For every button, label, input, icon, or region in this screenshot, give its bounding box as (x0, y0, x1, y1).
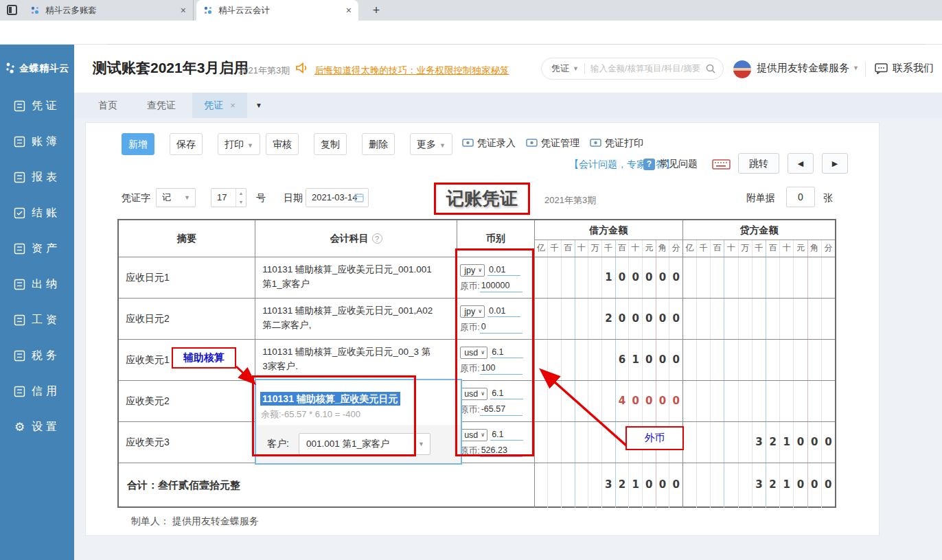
account-cell[interactable]: 110131 辅助核算_应收美元日元_001,A02第二家客户, (255, 299, 457, 339)
search-scope-select[interactable]: 凭证 (551, 62, 569, 75)
sidebar-item-1[interactable]: 凭证 (0, 94, 74, 117)
stepper-icon[interactable]: ▲▼ (236, 189, 246, 207)
credit-amount-cell[interactable] (683, 340, 835, 380)
original-amount-input[interactable]: 100 (480, 363, 522, 375)
tab-close-icon[interactable]: × (181, 5, 186, 16)
save-button[interactable]: 保存 (170, 133, 203, 155)
tab-home[interactable]: 首页 (85, 93, 130, 118)
sidebar-item-4[interactable]: 结账 (0, 201, 74, 224)
sidebar-item-label: 税务 (32, 349, 60, 363)
credit-amount-cell[interactable]: 321000 (683, 422, 835, 463)
exchange-rate-input[interactable]: 6.1 (490, 388, 523, 399)
browser-tab-1[interactable]: 精斗云多账套 × (23, 0, 194, 21)
chevron-down-icon: ▼ (418, 441, 424, 447)
digit-cell (602, 381, 616, 421)
next-voucher-button[interactable]: ▶ (822, 153, 848, 174)
exchange-rate-input[interactable]: 0.01 (487, 306, 520, 317)
digit-cell (697, 463, 711, 508)
selected-account-text[interactable]: 110131 辅助核算_应收美元日元 (260, 393, 461, 406)
voucher-word-select[interactable]: 记▼ (156, 188, 196, 207)
summary-cell[interactable]: 应收美元3 (119, 422, 255, 463)
digit-cell (575, 299, 589, 339)
digit-labels: 亿千百十万千百十元角分 (683, 240, 835, 257)
voucher-mode-links: 凭证录入 凭证管理 凭证打印 (462, 137, 643, 150)
browser-tab-2-active[interactable]: 精斗云云会计 × (196, 0, 358, 21)
close-icon[interactable]: × (230, 100, 236, 110)
debit-amount-cell[interactable]: 100000 (535, 257, 683, 298)
account-cell[interactable]: 110131 辅助核算_应收美元日元_001.001第1_家客户 (255, 257, 457, 298)
tab-overview-icon[interactable] (7, 5, 17, 15)
avatar[interactable] (733, 60, 751, 78)
exchange-rate-input[interactable]: 0.01 (487, 265, 520, 276)
voucher-manage-link[interactable]: 凭证管理 (526, 137, 579, 150)
notice-link[interactable]: 后悔知道得太晚的技巧：业务权限控制独家秘笈 (314, 65, 509, 77)
summary-cell[interactable]: 应收美元2 (119, 381, 255, 421)
delete-button[interactable]: 删除 (362, 133, 395, 155)
currency-select[interactable]: usd∨ (460, 429, 487, 441)
sidebar-item-2[interactable]: 账簿 (0, 130, 74, 153)
debit-amount-cell[interactable]: 200000 (535, 299, 683, 339)
jump-button[interactable]: 跳转 (738, 153, 779, 174)
new-button[interactable]: 新增 (122, 133, 154, 155)
currency-select[interactable]: usd∨ (460, 347, 487, 359)
tab-voucher-active[interactable]: 凭证× (192, 93, 247, 118)
contact-us-button[interactable]: 联系我们 (875, 62, 934, 75)
debit-amount-cell[interactable] (535, 422, 683, 463)
original-amount-input[interactable]: 526.23 (480, 445, 522, 457)
digit-cell (822, 257, 835, 298)
date-input[interactable]: 2021-03-14 (306, 188, 369, 207)
currency-cell: usd∨6.1 原币:100 (457, 340, 535, 380)
exchange-rate-input[interactable]: 6.1 (490, 347, 523, 358)
digit-cell (548, 299, 562, 339)
digit-cell: 1 (780, 422, 794, 463)
digit-cell (780, 381, 794, 421)
credit-amount-cell[interactable] (683, 381, 835, 421)
summary-cell[interactable]: 应收日元2 (119, 299, 255, 339)
audit-button[interactable]: 审核 (266, 133, 299, 155)
original-amount-input[interactable]: 100000 (480, 281, 522, 292)
faq-link[interactable]: ?常见问题 (643, 158, 698, 170)
sidebar-item-7[interactable]: 工资 (0, 308, 74, 331)
keyboard-icon[interactable] (712, 157, 731, 170)
voucher-entry-link[interactable]: 凭证录入 (462, 137, 516, 150)
new-tab-button[interactable]: + (368, 2, 384, 19)
currency-select[interactable]: jpy∨ (460, 264, 485, 277)
sidebar-item-6[interactable]: 出纳 (0, 272, 74, 296)
search-input[interactable]: 输入金额/核算项目/科目/摘要 (590, 63, 705, 75)
digit-label: 千 (753, 240, 766, 257)
sidebar-item-8[interactable]: 税务 (0, 344, 74, 367)
global-search[interactable]: 凭证 ▼ 输入金额/核算项目/科目/摘要 (541, 58, 724, 80)
sidebar-item-10[interactable]: ⚙设置 (0, 415, 74, 439)
attachment-count-input[interactable]: 0 (786, 187, 815, 207)
print-button[interactable]: 打印▼ (218, 133, 260, 155)
debit-amount-cell[interactable]: 61000 (535, 340, 683, 380)
voucher-print-link[interactable]: 凭证打印 (590, 137, 643, 150)
summary-cell[interactable]: 应收美元1 (119, 340, 255, 380)
currency-select[interactable]: jpy∨ (460, 305, 485, 318)
tab-list-caret-icon[interactable]: ▼ (250, 93, 268, 118)
help-icon[interactable]: ? (372, 233, 382, 244)
credit-amount-cell[interactable] (683, 257, 835, 298)
sidebar-item-9[interactable]: 信用 (0, 380, 74, 403)
debit-amount-cell[interactable]: 40000 (535, 381, 683, 421)
search-icon[interactable] (705, 63, 716, 74)
account-cell[interactable]: 110131 辅助核算_应收美元日元_00_3 第3家客户. (255, 340, 457, 380)
original-amount-input[interactable]: 0 (480, 322, 522, 334)
sidebar-item-5[interactable]: 资产 (0, 237, 74, 260)
digit-cell (683, 463, 697, 508)
more-button[interactable]: 更多▼ (410, 133, 452, 155)
currency-select[interactable]: usd∨ (460, 388, 487, 400)
summary-cell[interactable]: 应收日元1 (119, 257, 255, 298)
tab-search-voucher[interactable]: 查凭证 (137, 93, 185, 118)
copy-button[interactable]: 复制 (314, 133, 347, 155)
original-amount-input[interactable]: -65.57 (480, 404, 522, 416)
prev-voucher-button[interactable]: ◀ (788, 153, 814, 174)
customer-select[interactable]: 001.001 第1_家客户▼ (299, 433, 430, 455)
voucher-number-input[interactable]: 17▲▼ (211, 188, 246, 207)
credit-amount-cell[interactable] (683, 299, 835, 339)
sidebar-item-3[interactable]: 报表 (0, 165, 74, 189)
tab-close-icon[interactable]: × (346, 5, 352, 16)
exchange-rate-input[interactable]: 6.1 (490, 430, 523, 441)
chevron-down-icon: ▼ (439, 142, 446, 149)
service-menu[interactable]: 提供用友转金蝶服务▼ (757, 62, 859, 75)
